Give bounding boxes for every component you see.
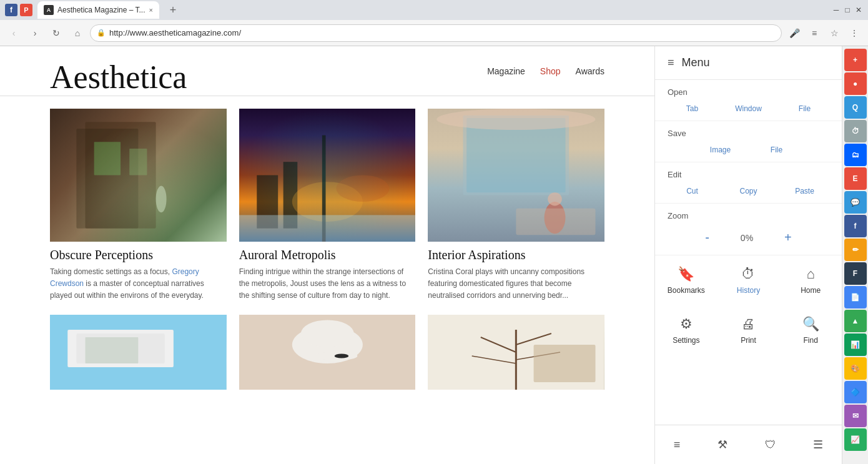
close-button[interactable]: ✕ (854, 6, 863, 14)
cut-button[interactable]: Cut (677, 187, 708, 195)
ext-messenger[interactable]: 💬 (844, 191, 867, 214)
bookmark-button[interactable]: ☆ (826, 24, 843, 42)
open-options-row: Tab Window File (668, 104, 829, 113)
open-tab-button[interactable]: Tab (677, 104, 708, 113)
nav-shop[interactable]: Shop (540, 66, 561, 76)
svg-rect-10 (239, 215, 416, 242)
ext-dropbox[interactable]: 🗂 (844, 144, 867, 166)
pinterest-favicon[interactable]: P (20, 4, 32, 16)
paste-button[interactable]: Paste (789, 187, 821, 195)
svg-rect-6 (283, 162, 297, 229)
article-row2-2[interactable] (239, 315, 416, 390)
footer-shield-button[interactable]: 🛡 (755, 433, 786, 457)
ext-drive[interactable]: ▲ (844, 310, 867, 332)
svg-point-8 (336, 175, 389, 202)
open-file-button[interactable]: File (789, 104, 821, 113)
article-interior[interactable]: Interior Aspirations Cristina Coral play… (428, 109, 604, 302)
articles-grid: Obscure Perceptions Taking domestic sett… (50, 109, 604, 302)
nav-awards[interactable]: Awards (576, 66, 604, 76)
more-button[interactable]: ⋮ (846, 24, 863, 42)
active-tab[interactable]: A Aesthetica Magazine – T... × (37, 1, 159, 19)
copy-label: Copy (739, 187, 757, 195)
settings-button[interactable]: ⚙ Settings (655, 305, 718, 355)
browser-menu-panel: ≡ Menu Open Tab Window File (654, 46, 842, 464)
ext-font[interactable]: F (844, 262, 867, 285)
ext-pinterest[interactable]: ● (844, 72, 867, 95)
zoom-label: Zoom (668, 211, 829, 220)
footer-menu-button[interactable]: ≡ (664, 433, 691, 457)
footer-reader-button[interactable]: ☰ (803, 433, 833, 457)
history-button[interactable]: ⏱ History (718, 255, 780, 305)
ext-search[interactable]: Q (844, 96, 867, 119)
article-row2-3[interactable] (428, 315, 604, 390)
new-tab-button[interactable]: + (164, 1, 182, 19)
ext-slides[interactable]: 🎨 (844, 357, 867, 380)
address-bar[interactable]: 🔒 http://www.aestheticamagazine.com/ (90, 24, 782, 42)
ext-docs[interactable]: 📄 (844, 286, 867, 309)
ext-mail[interactable]: ✉ (844, 405, 867, 427)
address-text: http://www.aestheticamagazine.com/ (109, 28, 775, 37)
bookmarks-button[interactable]: 🔖 Bookmarks (655, 255, 718, 305)
paste-label: Paste (795, 187, 814, 195)
history-icon: ⏱ (741, 266, 755, 282)
ext-add[interactable]: + (844, 49, 867, 71)
article-auroral-desc: Finding intrigue within the strange inte… (239, 266, 416, 302)
svg-rect-3 (129, 149, 147, 175)
img4-svg (50, 315, 227, 390)
menu-bottom-grid: 🔖 Bookmarks ⏱ History ⌂ Home ⚙ Settings … (655, 255, 842, 355)
minimize-button[interactable]: ─ (832, 6, 841, 14)
save-image-button[interactable]: Image (705, 146, 736, 154)
footer-tools-button[interactable]: ⚒ (708, 433, 737, 457)
ext-draw[interactable]: ✏ (844, 239, 867, 261)
menu-zoom-section: Zoom - 0% + (655, 204, 842, 255)
article-obscure[interactable]: Obscure Perceptions Taking domestic sett… (50, 109, 227, 302)
print-button[interactable]: 🖨 Print (718, 305, 780, 355)
menu-footer: ≡ ⚒ 🛡 ☰ (655, 425, 842, 464)
ext-sheets[interactable]: 📊 (844, 333, 867, 356)
copy-button[interactable]: Copy (733, 187, 764, 195)
facebook-favicon[interactable]: f (5, 4, 17, 16)
refresh-button[interactable]: ↻ (47, 24, 65, 42)
open-window-button[interactable]: Window (733, 104, 764, 113)
article-obscure-image (50, 109, 227, 242)
home-menu-button[interactable]: ⌂ Home (779, 255, 842, 305)
bookmarks-label: Bookmarks (668, 286, 705, 295)
ext-facebook[interactable]: f (844, 215, 867, 237)
home-button[interactable]: ⌂ (69, 24, 86, 42)
bookmarks-icon: 🔖 (678, 266, 694, 282)
crewdson-link[interactable]: Gregory Crewdson (50, 267, 199, 288)
zoom-plus-button[interactable]: + (778, 228, 798, 247)
article-auroral[interactable]: Auroral Metropolis Finding intrigue with… (239, 109, 416, 302)
zoom-minus-button[interactable]: - (699, 228, 716, 247)
article-obscure-desc: Taking domestic settings as a focus, Gre… (50, 266, 227, 302)
edit-label: Edit (668, 170, 829, 179)
tab-close-button[interactable]: × (149, 6, 153, 14)
back-button[interactable]: ‹ (5, 24, 22, 42)
article-interior-title: Interior Aspirations (428, 248, 604, 262)
menu-header: ≡ Menu (655, 46, 842, 80)
website-content: Aesthetica Magazine Shop Awards (0, 46, 654, 464)
save-options-row: Image File (668, 146, 829, 154)
article-auroral-image (239, 109, 416, 242)
nav-magazine[interactable]: Magazine (487, 66, 525, 76)
svg-point-13 (436, 109, 595, 130)
interior-svg (428, 109, 604, 242)
svg-rect-1 (76, 129, 138, 229)
find-button[interactable]: 🔍 Find (779, 305, 842, 355)
save-image-label: Image (710, 146, 731, 154)
ext-sheets2[interactable]: 📈 (844, 428, 867, 451)
article-row2-1[interactable] (50, 315, 227, 390)
ext-history[interactable]: ⏱ (844, 120, 867, 142)
voice-search-button[interactable]: 🎤 (786, 24, 803, 42)
browser-menu-button[interactable]: ≡ (806, 24, 823, 42)
history-label: History (737, 286, 760, 295)
ext-easydb[interactable]: E (844, 167, 867, 190)
ext-ext1[interactable]: 🔷 (844, 381, 867, 403)
save-file-button[interactable]: File (761, 146, 792, 154)
tab-favicon: A (44, 5, 54, 15)
forward-button[interactable]: › (26, 24, 44, 42)
maximize-button[interactable]: □ (843, 6, 852, 14)
article-row2-3-image (428, 315, 604, 390)
open-file-label: File (799, 104, 811, 113)
window-controls: ─ □ ✕ (832, 6, 863, 14)
